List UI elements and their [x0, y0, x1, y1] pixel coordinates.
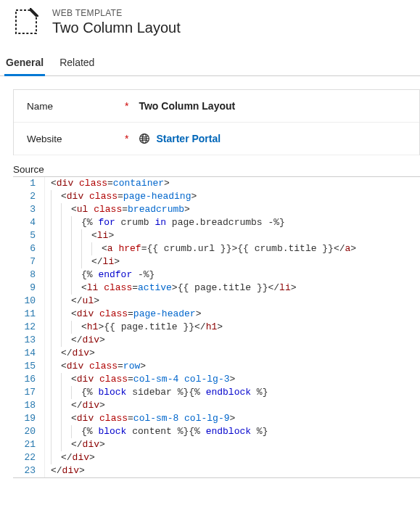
code-line[interactable]: 19<div class=col-sm-8 col-lg-9> — [13, 412, 420, 425]
template-file-icon — [12, 7, 41, 36]
code-line[interactable]: 1<div class=container> — [13, 177, 420, 190]
line-number: 17 — [13, 386, 45, 399]
code-content[interactable]: <ul class=breadcrumb> — [45, 203, 420, 216]
code-line[interactable]: 17{% block sidebar %}{% endblock %} — [13, 386, 420, 399]
code-line[interactable]: 9<li class=active>{{ page.title }}</li> — [13, 282, 420, 295]
line-number: 11 — [13, 308, 45, 321]
field-label: Website — [27, 134, 125, 144]
code-line[interactable]: 7</li> — [13, 255, 420, 268]
code-line[interactable]: 14</div> — [13, 347, 420, 360]
code-content[interactable]: <div class=col-sm-4 col-lg-3> — [45, 373, 420, 386]
code-content[interactable]: </li> — [45, 255, 420, 268]
line-number: 8 — [13, 268, 45, 282]
code-line[interactable]: 23</div> — [13, 464, 420, 477]
code-line[interactable]: 12<h1>{{ page.title }}</h1> — [13, 321, 420, 334]
entity-type-label: WEB TEMPLATE — [52, 8, 181, 18]
code-line[interactable]: 21</div> — [13, 438, 420, 451]
line-number: 12 — [13, 321, 45, 334]
line-number: 14 — [13, 347, 45, 360]
code-content[interactable]: <a href={{ crumb.url }}>{{ crumb.title }… — [45, 242, 420, 255]
page-header: WEB TEMPLATE Two Column Layout — [0, 0, 420, 51]
code-line[interactable]: 16<div class=col-sm-4 col-lg-3> — [13, 373, 420, 386]
line-number: 3 — [13, 203, 45, 216]
field-row-website: Website * Starter Portal — [14, 123, 419, 155]
code-content[interactable]: </div> — [45, 334, 420, 347]
code-line[interactable]: 15<div class=row> — [13, 360, 420, 373]
line-number: 20 — [13, 425, 45, 438]
code-line[interactable]: 22</div> — [13, 451, 420, 464]
line-number: 13 — [13, 334, 45, 347]
code-line[interactable]: 4{% for crumb in page.breadcrumbs -%} — [13, 216, 420, 229]
code-content[interactable]: <li> — [45, 229, 420, 242]
code-line[interactable]: 11<div class=page-header> — [13, 308, 420, 321]
code-line[interactable]: 2<div class=page-heading> — [13, 190, 420, 203]
code-content[interactable]: {% block sidebar %}{% endblock %} — [45, 386, 420, 399]
code-content[interactable]: <div class=col-sm-8 col-lg-9> — [45, 412, 420, 425]
name-input[interactable]: Two Column Layout — [139, 100, 235, 112]
line-number: 19 — [13, 412, 45, 425]
line-number: 7 — [13, 255, 45, 268]
website-lookup[interactable]: Starter Portal — [139, 133, 221, 144]
field-label-source: Source — [0, 155, 420, 176]
required-indicator: * — [125, 133, 128, 144]
code-line[interactable]: 10</ul> — [13, 295, 420, 308]
code-content[interactable]: <li class=active>{{ page.title }}</li> — [45, 282, 420, 295]
code-line[interactable]: 6<a href={{ crumb.url }}>{{ crumb.title … — [13, 242, 420, 255]
line-number: 23 — [13, 464, 45, 477]
code-line[interactable]: 13</div> — [13, 334, 420, 347]
code-content[interactable]: {% for crumb in page.breadcrumbs -%} — [45, 216, 420, 229]
page-title: Two Column Layout — [52, 20, 181, 36]
code-content[interactable]: <div class=page-header> — [45, 308, 420, 321]
line-number: 1 — [13, 177, 45, 190]
line-number: 5 — [13, 229, 45, 242]
line-number: 21 — [13, 438, 45, 451]
line-number: 6 — [13, 242, 45, 255]
line-number: 22 — [13, 451, 45, 464]
line-number: 2 — [13, 190, 45, 203]
line-number: 18 — [13, 399, 45, 412]
code-content[interactable]: {% block content %}{% endblock %} — [45, 425, 420, 438]
code-content[interactable]: <div class=page-heading> — [45, 190, 420, 203]
line-number: 4 — [13, 216, 45, 229]
required-indicator: * — [125, 100, 128, 112]
field-label: Name — [27, 101, 125, 112]
code-content[interactable]: </ul> — [45, 295, 420, 308]
code-content[interactable]: </div> — [45, 464, 420, 477]
tab-general[interactable]: General — [6, 51, 44, 75]
code-content[interactable]: </div> — [45, 451, 420, 464]
line-number: 10 — [13, 295, 45, 308]
line-number: 15 — [13, 360, 45, 373]
code-content[interactable]: </div> — [45, 399, 420, 412]
code-content[interactable]: {% endfor -%} — [45, 268, 420, 282]
code-line[interactable]: 3<ul class=breadcrumb> — [13, 203, 420, 216]
globe-icon — [139, 133, 150, 144]
code-line[interactable]: 8{% endfor -%} — [13, 268, 420, 282]
code-content[interactable]: <h1>{{ page.title }}</h1> — [45, 321, 420, 334]
form-panel: Name * Two Column Layout Website * Start… — [13, 89, 420, 155]
website-link-text: Starter Portal — [156, 133, 221, 144]
line-number: 16 — [13, 373, 45, 386]
code-content[interactable]: </div> — [45, 438, 420, 451]
code-content[interactable]: <div class=container> — [45, 177, 420, 190]
tab-bar: General Related — [0, 51, 420, 76]
code-line[interactable]: 5<li> — [13, 229, 420, 242]
code-line[interactable]: 18</div> — [13, 399, 420, 412]
tab-related[interactable]: Related — [59, 51, 94, 75]
code-content[interactable]: </div> — [45, 347, 420, 360]
code-line[interactable]: 20{% block content %}{% endblock %} — [13, 425, 420, 438]
source-code-editor[interactable]: 1<div class=container>2<div class=page-h… — [13, 176, 420, 478]
line-number: 9 — [13, 282, 45, 295]
code-content[interactable]: <div class=row> — [45, 360, 420, 373]
field-row-name: Name * Two Column Layout — [14, 90, 419, 123]
